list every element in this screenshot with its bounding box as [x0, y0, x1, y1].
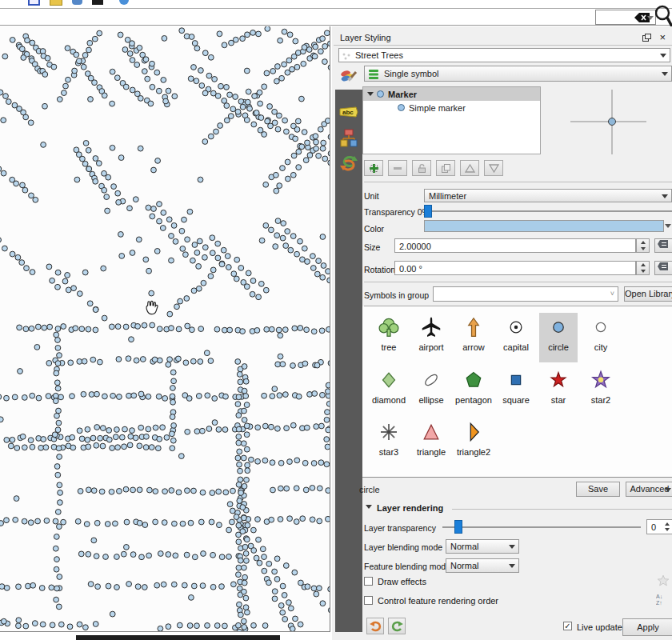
float-panel-icon[interactable] — [642, 34, 651, 42]
symbol-item-label: tree — [370, 342, 408, 352]
tree-row-marker[interactable]: Marker — [363, 87, 540, 101]
layer-transparency-slider[interactable] — [442, 520, 641, 534]
symbol-item-label: diamond — [370, 395, 408, 405]
toolbar-icon-1[interactable] — [28, 0, 40, 6]
map-canvas[interactable] — [0, 26, 330, 632]
symbol-item-city[interactable]: city — [582, 313, 620, 362]
symbol-item-square[interactable]: square — [497, 366, 535, 415]
undo-icon — [370, 621, 382, 632]
add-symbol-layer-button[interactable] — [364, 160, 383, 176]
lock-icon — [417, 163, 427, 174]
symbol-item-arrow[interactable]: arrow — [454, 313, 493, 362]
symbol-item-airport[interactable]: airport — [412, 313, 450, 362]
apply-button[interactable]: Apply — [622, 618, 672, 636]
rotation-data-defined-button[interactable] — [654, 261, 672, 275]
feature-blending-arrow[interactable] — [509, 564, 515, 568]
color-dropdown-arrow[interactable] — [665, 224, 671, 228]
symbol-item-label: triangle — [412, 447, 450, 457]
expand-chevron-icon[interactable] — [367, 92, 374, 96]
symbol-item-triangle2[interactable]: triangle2 — [454, 418, 493, 467]
tab-diagrams[interactable] — [335, 125, 362, 150]
tab-symbology[interactable] — [335, 64, 362, 90]
duplicate-symbol-layer-button[interactable] — [436, 160, 455, 176]
draw-effects-checkbox[interactable] — [364, 577, 373, 586]
close-panel-icon[interactable]: × — [659, 31, 666, 43]
symbols-group-combo[interactable]: ˅ — [433, 286, 618, 302]
circle-symbol-icon — [546, 315, 570, 339]
apply-label: Apply — [637, 622, 659, 632]
layer-selector-arrow[interactable] — [660, 54, 666, 58]
layer-blending-combo[interactable]: Normal — [446, 539, 519, 554]
redo-button[interactable] — [388, 618, 406, 634]
feature-blending-combo[interactable]: Normal — [446, 558, 519, 573]
symbol-item-star3[interactable]: star3 — [370, 418, 408, 467]
layer-blending-arrow[interactable] — [509, 545, 515, 549]
tree-row-marker-label: Marker — [388, 90, 417, 99]
control-rendering-order-checkbox[interactable] — [364, 596, 373, 605]
color-button[interactable] — [424, 220, 664, 232]
symbol-name-field[interactable]: circle — [359, 485, 380, 494]
renderer-combo[interactable]: Single symbol — [364, 66, 672, 82]
symbol-item-label: star3 — [370, 447, 408, 457]
size-input[interactable]: 2.00000 — [394, 238, 636, 253]
symbol-item-label: star2 — [582, 395, 620, 405]
toolbar-icon-2[interactable] — [50, 0, 62, 6]
layer-rendering-header[interactable]: Layer rendering — [366, 503, 672, 514]
symbols-group-arrow[interactable]: ˅ — [610, 290, 614, 298]
size-spinner[interactable] — [636, 238, 650, 253]
unit-arrow[interactable] — [662, 194, 668, 198]
size-data-defined-button[interactable] — [654, 238, 672, 253]
symbol-item-circle[interactable]: circle — [539, 313, 578, 362]
move-down-button[interactable] — [484, 160, 503, 176]
star-symbol-icon — [546, 368, 570, 392]
toolbar-icon-5[interactable] — [119, 0, 129, 5]
ellipse-symbol-icon — [419, 368, 443, 392]
panel-titlebar: Layer Styling × — [334, 30, 672, 46]
transparency-slider[interactable] — [424, 205, 672, 218]
live-update-checkbox[interactable]: ✓ — [563, 622, 572, 630]
move-up-button[interactable] — [460, 160, 479, 176]
symbol-item-label: triangle2 — [454, 447, 493, 457]
symbol-item-ellipse[interactable]: ellipse — [412, 366, 450, 415]
svg-text:A↓: A↓ — [656, 594, 662, 599]
symbol-item-label: arrow — [454, 342, 493, 352]
undo-button[interactable] — [366, 618, 384, 634]
marker-circle-icon — [377, 90, 384, 98]
symbol-item-diamond[interactable]: diamond — [370, 366, 408, 415]
rotation-spinner[interactable] — [636, 261, 650, 275]
layer-styling-panel: Layer Styling × Street Trees — [332, 26, 672, 640]
symbols-group-label: Symbols in group — [364, 290, 429, 300]
symbol-item-star2[interactable]: star2 — [582, 366, 620, 415]
symbol-item-triangle[interactable]: triangle — [412, 418, 450, 467]
symbol-item-capital[interactable]: capital — [497, 313, 535, 362]
tab-history[interactable] — [335, 150, 362, 176]
unit-combo[interactable]: Millimeter — [424, 189, 672, 202]
slider-handle[interactable] — [424, 205, 432, 218]
redo-icon — [391, 621, 403, 632]
advanced-button[interactable]: Advanced — [626, 482, 672, 497]
rendering-order-button[interactable]: A↓ Z↑ — [656, 593, 672, 607]
toolbar-icon-4[interactable] — [92, 0, 103, 5]
draw-effects-label: Draw effects — [378, 577, 426, 586]
layer-transparency-spinbox[interactable]: 0 — [646, 519, 672, 534]
slider-handle[interactable] — [454, 520, 462, 534]
layer-selector[interactable]: Street Trees — [338, 48, 670, 62]
symbol-item-star[interactable]: star — [539, 366, 578, 415]
locator-box[interactable] — [595, 10, 656, 25]
open-library-button[interactable]: Open Library — [624, 286, 672, 302]
renderer-arrow[interactable] — [662, 72, 668, 76]
lock-symbol-layer-button[interactable] — [412, 160, 431, 176]
remove-symbol-layer-button[interactable] — [388, 160, 407, 176]
effects-customize-button[interactable] — [656, 574, 672, 588]
save-button[interactable]: Save — [576, 482, 620, 497]
symbol-item-tree[interactable]: tree — [370, 313, 408, 362]
tree-row-simple-marker[interactable]: Simple marker — [363, 101, 540, 114]
locator-dropdown-arrow[interactable] — [647, 16, 654, 20]
spin-arrows[interactable] — [662, 521, 672, 533]
rotation-input[interactable]: 0.00 ° — [394, 261, 636, 275]
toolbar-icon-3[interactable] — [72, 0, 82, 5]
tab-labels[interactable]: abc — [335, 99, 362, 125]
abc-label-icon: abc — [338, 104, 359, 120]
symbol-item-pentagon[interactable]: pentagon — [454, 366, 493, 415]
diagram-icon — [339, 128, 358, 147]
